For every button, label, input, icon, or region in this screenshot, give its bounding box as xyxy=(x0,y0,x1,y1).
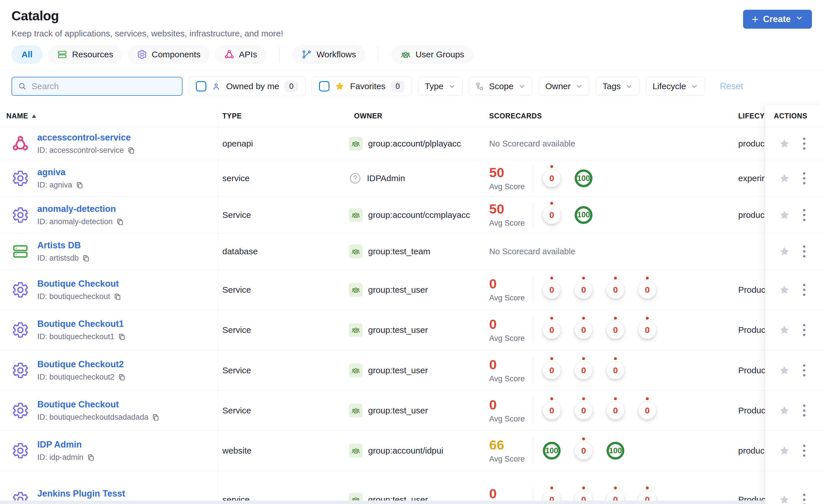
entity-name-link[interactable]: Boutique Checkout1 xyxy=(37,319,124,329)
column-header-owner[interactable]: OWNER xyxy=(341,112,489,120)
entity-name-link[interactable]: agniva xyxy=(37,167,66,177)
scorecard-badge-0[interactable]: 0 xyxy=(638,281,656,299)
entity-name-link[interactable]: Boutique Checkout2 xyxy=(37,359,124,369)
scorecard-badge-0[interactable]: 0 xyxy=(638,402,656,419)
copy-icon[interactable] xyxy=(152,413,160,421)
entity-name-link[interactable]: IDP Admin xyxy=(37,439,82,450)
owner-label[interactable]: group:test_team xyxy=(368,247,430,256)
column-header-lifecycle[interactable]: LIFECYCLE xyxy=(738,112,765,120)
entity-name-link[interactable]: Boutique Checkout xyxy=(37,279,119,289)
type-dropdown[interactable]: Type xyxy=(418,77,462,96)
owner-label[interactable]: group:account/ccmplayacc xyxy=(368,210,470,220)
kebab-menu-icon[interactable] xyxy=(801,207,807,223)
favorite-star-icon[interactable] xyxy=(779,284,790,295)
copy-icon[interactable] xyxy=(127,146,135,154)
copy-icon[interactable] xyxy=(118,373,126,381)
kebab-menu-icon[interactable] xyxy=(801,322,807,338)
kebab-menu-icon[interactable] xyxy=(801,282,807,297)
scorecard-badge-0[interactable]: 0 xyxy=(543,362,560,379)
owned-by-me-checkbox[interactable] xyxy=(196,81,206,92)
tags-dropdown[interactable]: Tags xyxy=(596,77,639,96)
scorecard-badge-0[interactable]: 0 xyxy=(543,281,560,299)
tab-apis[interactable]: APIs xyxy=(215,45,266,64)
column-header-scorecards[interactable]: SCORECARDS xyxy=(489,112,738,120)
kebab-menu-icon[interactable] xyxy=(801,363,807,378)
scorecard-badge-0[interactable]: 0 xyxy=(607,281,624,299)
entity-name-link[interactable]: Boutique Checkout xyxy=(37,399,119,409)
favorite-star-icon[interactable] xyxy=(779,246,790,257)
scorecard-badge-0[interactable]: 0 xyxy=(575,362,593,379)
copy-icon[interactable] xyxy=(76,181,84,189)
favorites-checkbox[interactable] xyxy=(319,81,329,92)
owner-label[interactable]: group:test_user xyxy=(368,366,428,375)
copy-icon[interactable] xyxy=(82,254,90,262)
favorite-star-icon[interactable] xyxy=(779,173,790,184)
scorecard-badge-0[interactable]: 0 xyxy=(638,321,656,339)
scorecard-badge-0[interactable]: 0 xyxy=(543,169,560,187)
scorecard-badge-0[interactable]: 0 xyxy=(607,321,624,339)
avg-score-label: Avg Score xyxy=(489,334,533,343)
favorite-star-icon[interactable] xyxy=(779,365,790,376)
kebab-menu-icon[interactable] xyxy=(801,403,807,418)
favorite-star-icon[interactable] xyxy=(779,210,790,221)
kebab-menu-icon[interactable] xyxy=(801,443,807,459)
lifecycle-dropdown[interactable]: Lifecycle xyxy=(646,77,705,96)
kebab-menu-icon[interactable] xyxy=(801,244,807,259)
reset-filters-link[interactable]: Reset xyxy=(720,81,743,92)
actions-row xyxy=(765,350,824,391)
entity-name-link[interactable]: Artists DB xyxy=(37,240,81,250)
scorecard-badge-0[interactable]: 0 xyxy=(607,362,624,379)
scorecard-badge-100[interactable]: 100 xyxy=(543,442,560,460)
kebab-menu-icon[interactable] xyxy=(801,492,807,504)
scorecard-badge-0[interactable]: 0 xyxy=(543,321,560,339)
owner-label[interactable]: group:account/idpui xyxy=(368,446,443,456)
copy-icon[interactable] xyxy=(116,218,124,226)
scorecard-badge-0[interactable]: 0 xyxy=(575,281,593,299)
scorecard-badge-100[interactable]: 100 xyxy=(607,442,624,460)
owner-label[interactable]: group:test_user xyxy=(368,406,428,415)
scorecard-badge-0[interactable]: 0 xyxy=(543,402,560,419)
column-header-type[interactable]: TYPE xyxy=(219,112,341,120)
favorite-star-icon[interactable] xyxy=(779,138,790,149)
favorite-star-icon[interactable] xyxy=(779,494,790,504)
scorecard-badge-0[interactable]: 0 xyxy=(575,402,593,419)
owned-by-me-filter[interactable]: Owned by me 0 xyxy=(189,77,306,96)
search-input[interactable] xyxy=(31,82,176,91)
tab-all[interactable]: All xyxy=(11,45,42,64)
scorecard-badge-0[interactable]: 0 xyxy=(543,206,560,224)
name-cell: IDP AdminID: idp-admin xyxy=(0,439,219,462)
kebab-menu-icon[interactable] xyxy=(801,136,807,151)
tab-components[interactable]: Components xyxy=(128,45,209,64)
favorite-star-icon[interactable] xyxy=(779,445,790,456)
favorites-filter[interactable]: Favorites 0 xyxy=(312,77,412,96)
scorecard-badge-0[interactable]: 0 xyxy=(575,321,593,339)
owner-label[interactable]: group:test_user xyxy=(368,325,428,335)
copy-icon[interactable] xyxy=(87,454,95,461)
scorecard-badge-100[interactable]: 100 xyxy=(575,206,593,224)
favorite-star-icon[interactable] xyxy=(779,325,790,336)
owner-label[interactable]: group:account/plplayacc xyxy=(368,139,461,148)
entity-name-link[interactable]: anomaly-detection xyxy=(37,204,116,214)
favorite-star-icon[interactable] xyxy=(779,405,790,416)
owner-label[interactable]: IDPAdmin xyxy=(367,173,405,183)
owner-label[interactable]: group:test_user xyxy=(368,285,428,295)
name-block: Artists DBID: artistsdb xyxy=(37,240,90,263)
progress-dot xyxy=(646,277,649,279)
copy-icon[interactable] xyxy=(118,333,126,341)
tab-workflows[interactable]: Workflows xyxy=(293,45,365,64)
entity-name-link[interactable]: Jenkins Plugin Tesst xyxy=(37,489,125,499)
column-header-name[interactable]: NAME xyxy=(0,112,219,120)
scope-dropdown[interactable]: Scope xyxy=(469,77,532,96)
entity-name-link[interactable]: accesscontrol-service xyxy=(37,132,131,142)
copy-icon[interactable] xyxy=(114,293,121,300)
kebab-menu-icon[interactable] xyxy=(801,170,807,186)
scorecard-badge-0[interactable]: 0 xyxy=(607,402,624,419)
tab-user-groups[interactable]: User Groups xyxy=(392,45,473,64)
scorecard-badge-100[interactable]: 100 xyxy=(575,169,593,187)
divider xyxy=(533,318,533,343)
scorecard-badge-0[interactable]: 0 xyxy=(575,442,593,460)
horizontal-scrollbar[interactable] xyxy=(0,501,765,504)
create-button[interactable]: + Create xyxy=(743,10,812,29)
owner-dropdown[interactable]: Owner xyxy=(539,77,590,96)
tab-resources[interactable]: Resources xyxy=(48,45,122,64)
